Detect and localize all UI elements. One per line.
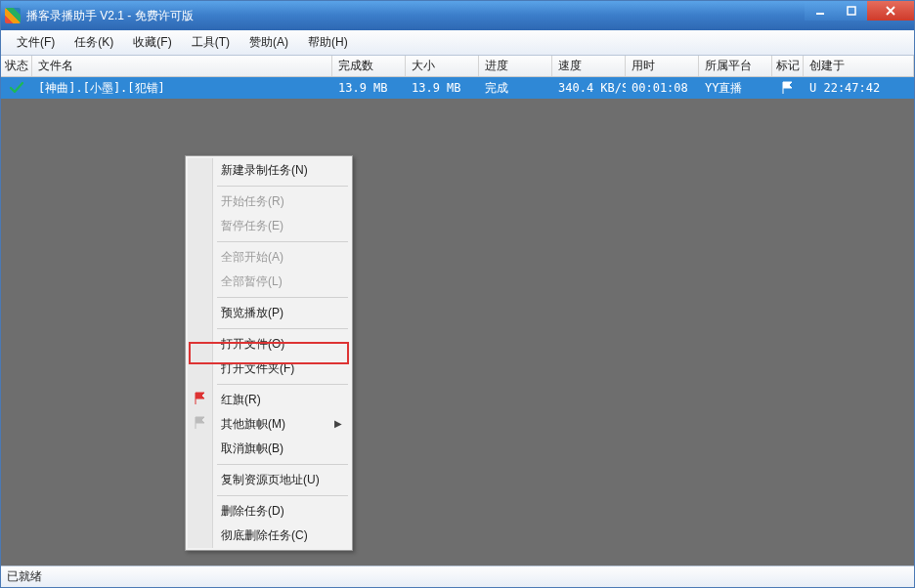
status-bar: 已就绪 [1, 566, 914, 587]
separator [217, 384, 348, 385]
ctx-pause-all[interactable]: 全部暂停(L) [188, 270, 350, 294]
window-title: 播客录播助手 V2.1 - 免费许可版 [26, 8, 194, 24]
svg-rect-0 [816, 13, 824, 15]
titlebar[interactable]: 播客录播助手 V2.1 - 免费许可版 [1, 1, 914, 30]
ctx-copy-url[interactable]: 复制资源页地址(U) [188, 468, 350, 492]
menu-task[interactable]: 任务(K) [65, 30, 123, 55]
col-progress[interactable]: 进度 [479, 56, 552, 76]
task-grid[interactable]: [神曲].[小墨].[犯错] 13.9 MB 13.9 MB 完成 340.4 … [1, 77, 914, 566]
task-row[interactable]: [神曲].[小墨].[犯错] 13.9 MB 13.9 MB 完成 340.4 … [1, 77, 914, 99]
separator [217, 464, 348, 465]
app-icon [5, 8, 21, 23]
ctx-new-task[interactable]: 新建录制任务(N) [188, 158, 350, 183]
col-speed[interactable]: 速度 [552, 56, 626, 76]
cell-size: 13.9 MB [406, 77, 479, 99]
col-size[interactable]: 大小 [406, 56, 479, 76]
ctx-open-file[interactable]: 打开文件(O) [188, 332, 350, 357]
ctx-delete-task[interactable]: 删除任务(D) [188, 499, 350, 524]
ctx-red-flag[interactable]: 红旗(R) [188, 388, 350, 412]
cell-completed: 13.9 MB [332, 77, 406, 99]
menu-bar: 文件(F) 任务(K) 收藏(F) 工具(T) 赞助(A) 帮助(H) [1, 30, 914, 56]
cell-speed: 340.4 KB/S [552, 77, 626, 99]
ctx-preview[interactable]: 预览播放(P) [188, 301, 350, 325]
col-platform[interactable]: 所属平台 [699, 56, 772, 76]
col-elapsed[interactable]: 用时 [626, 56, 699, 76]
ctx-pause-task[interactable]: 暂停任务(E) [188, 214, 350, 238]
ctx-start-all[interactable]: 全部开始(A) [188, 245, 350, 270]
cell-elapsed: 00:01:08 [626, 77, 699, 99]
ctx-other-flags-label: 其他旗帜(M) [221, 417, 285, 431]
cell-platform: YY直播 [699, 77, 772, 99]
menu-help[interactable]: 帮助(H) [298, 30, 358, 55]
window-buttons [805, 1, 914, 21]
separator [217, 186, 348, 187]
col-created[interactable]: 创建于 [804, 56, 914, 76]
cell-filename: [神曲].[小墨].[犯错] [32, 77, 332, 99]
svg-rect-1 [848, 7, 855, 15]
menu-favorite[interactable]: 收藏(F) [123, 30, 181, 55]
ctx-clear-flag[interactable]: 取消旗帜(B) [188, 437, 350, 461]
cell-progress: 完成 [479, 77, 552, 99]
menu-sponsor[interactable]: 赞助(A) [240, 30, 298, 55]
col-filename[interactable]: 文件名 [32, 56, 332, 76]
ctx-delete-perm[interactable]: 彻底删除任务(C) [188, 524, 350, 548]
ctx-red-flag-label: 红旗(R) [221, 393, 261, 406]
separator [217, 495, 348, 496]
cell-flag-icon [772, 77, 804, 99]
col-completed[interactable]: 完成数 [332, 56, 406, 76]
status-text: 已就绪 [7, 568, 42, 585]
separator [217, 297, 348, 298]
separator [217, 241, 348, 242]
ctx-other-flags[interactable]: 其他旗帜(M) ▶ [188, 412, 350, 437]
col-status[interactable]: 状态 [1, 56, 32, 76]
submenu-arrow-icon: ▶ [334, 418, 342, 429]
context-menu: 新建录制任务(N) 开始任务(R) 暂停任务(E) 全部开始(A) 全部暂停(L… [185, 155, 353, 551]
status-icon [1, 77, 32, 99]
close-button[interactable] [867, 1, 914, 21]
grey-flag-icon [194, 416, 207, 430]
col-flag[interactable]: 标记 [772, 56, 804, 76]
ctx-open-folder[interactable]: 打开文件夹(F) [188, 357, 350, 381]
separator [217, 328, 348, 329]
menu-tools[interactable]: 工具(T) [182, 30, 240, 55]
app-window: 播客录播助手 V2.1 - 免费许可版 文件(F) 任务(K) 收藏(F) 工具… [0, 0, 915, 588]
ctx-start-task[interactable]: 开始任务(R) [188, 189, 350, 214]
red-flag-icon [194, 392, 207, 405]
minimize-button[interactable] [805, 1, 836, 21]
menu-file[interactable]: 文件(F) [7, 30, 65, 55]
cell-created: U 22:47:42 [804, 77, 914, 99]
column-headers: 状态 文件名 完成数 大小 进度 速度 用时 所属平台 标记 创建于 [1, 56, 914, 77]
maximize-button[interactable] [836, 1, 867, 21]
